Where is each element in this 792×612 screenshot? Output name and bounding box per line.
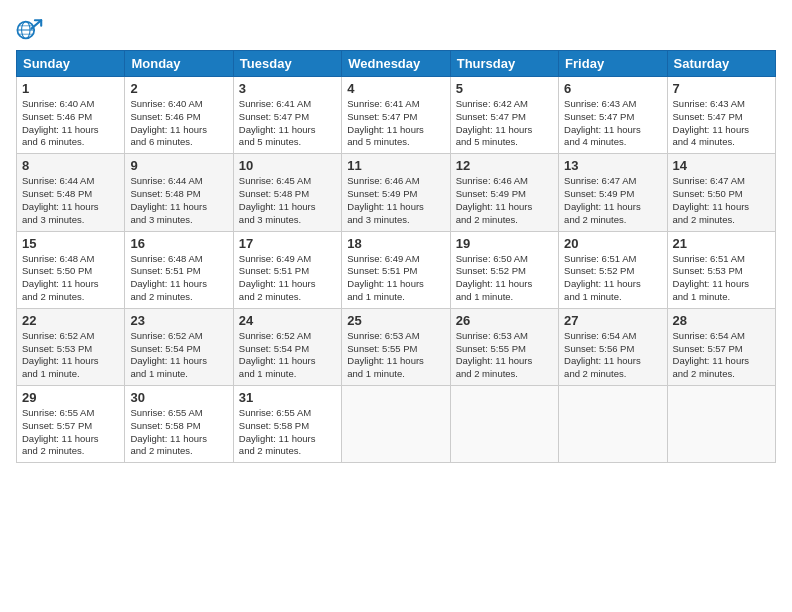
calendar-cell: 16Sunrise: 6:48 AMSunset: 5:51 PMDayligh… xyxy=(125,231,233,308)
calendar-cell xyxy=(667,386,775,463)
week-row-4: 22Sunrise: 6:52 AMSunset: 5:53 PMDayligh… xyxy=(17,308,776,385)
calendar-cell: 17Sunrise: 6:49 AMSunset: 5:51 PMDayligh… xyxy=(233,231,341,308)
weekday-header-sunday: Sunday xyxy=(17,51,125,77)
calendar-cell: 9Sunrise: 6:44 AMSunset: 5:48 PMDaylight… xyxy=(125,154,233,231)
day-number: 2 xyxy=(130,81,227,96)
day-number: 9 xyxy=(130,158,227,173)
calendar-cell: 24Sunrise: 6:52 AMSunset: 5:54 PMDayligh… xyxy=(233,308,341,385)
calendar-cell: 22Sunrise: 6:52 AMSunset: 5:53 PMDayligh… xyxy=(17,308,125,385)
weekday-header-friday: Friday xyxy=(559,51,667,77)
week-row-1: 1Sunrise: 6:40 AMSunset: 5:46 PMDaylight… xyxy=(17,77,776,154)
day-number: 24 xyxy=(239,313,336,328)
day-number: 26 xyxy=(456,313,553,328)
day-info: Sunrise: 6:41 AMSunset: 5:47 PMDaylight:… xyxy=(239,98,336,149)
calendar-cell: 10Sunrise: 6:45 AMSunset: 5:48 PMDayligh… xyxy=(233,154,341,231)
calendar-cell: 28Sunrise: 6:54 AMSunset: 5:57 PMDayligh… xyxy=(667,308,775,385)
calendar-cell: 26Sunrise: 6:53 AMSunset: 5:55 PMDayligh… xyxy=(450,308,558,385)
calendar-cell: 20Sunrise: 6:51 AMSunset: 5:52 PMDayligh… xyxy=(559,231,667,308)
day-info: Sunrise: 6:40 AMSunset: 5:46 PMDaylight:… xyxy=(130,98,227,149)
calendar-cell: 31Sunrise: 6:55 AMSunset: 5:58 PMDayligh… xyxy=(233,386,341,463)
day-info: Sunrise: 6:52 AMSunset: 5:54 PMDaylight:… xyxy=(239,330,336,381)
weekday-header-thursday: Thursday xyxy=(450,51,558,77)
week-row-2: 8Sunrise: 6:44 AMSunset: 5:48 PMDaylight… xyxy=(17,154,776,231)
day-info: Sunrise: 6:48 AMSunset: 5:51 PMDaylight:… xyxy=(130,253,227,304)
day-info: Sunrise: 6:52 AMSunset: 5:54 PMDaylight:… xyxy=(130,330,227,381)
day-number: 15 xyxy=(22,236,119,251)
day-number: 28 xyxy=(673,313,770,328)
calendar-cell: 11Sunrise: 6:46 AMSunset: 5:49 PMDayligh… xyxy=(342,154,450,231)
weekday-header-row: SundayMondayTuesdayWednesdayThursdayFrid… xyxy=(17,51,776,77)
day-info: Sunrise: 6:45 AMSunset: 5:48 PMDaylight:… xyxy=(239,175,336,226)
day-info: Sunrise: 6:43 AMSunset: 5:47 PMDaylight:… xyxy=(564,98,661,149)
day-info: Sunrise: 6:50 AMSunset: 5:52 PMDaylight:… xyxy=(456,253,553,304)
weekday-header-saturday: Saturday xyxy=(667,51,775,77)
day-number: 6 xyxy=(564,81,661,96)
calendar-cell: 6Sunrise: 6:43 AMSunset: 5:47 PMDaylight… xyxy=(559,77,667,154)
day-number: 30 xyxy=(130,390,227,405)
day-number: 13 xyxy=(564,158,661,173)
day-number: 18 xyxy=(347,236,444,251)
day-number: 8 xyxy=(22,158,119,173)
day-number: 3 xyxy=(239,81,336,96)
day-info: Sunrise: 6:49 AMSunset: 5:51 PMDaylight:… xyxy=(347,253,444,304)
calendar-cell xyxy=(559,386,667,463)
page-container: SundayMondayTuesdayWednesdayThursdayFrid… xyxy=(0,0,792,471)
logo xyxy=(16,16,48,44)
day-info: Sunrise: 6:44 AMSunset: 5:48 PMDaylight:… xyxy=(22,175,119,226)
week-row-5: 29Sunrise: 6:55 AMSunset: 5:57 PMDayligh… xyxy=(17,386,776,463)
day-number: 19 xyxy=(456,236,553,251)
day-number: 11 xyxy=(347,158,444,173)
weekday-header-monday: Monday xyxy=(125,51,233,77)
calendar-cell xyxy=(342,386,450,463)
calendar-cell: 19Sunrise: 6:50 AMSunset: 5:52 PMDayligh… xyxy=(450,231,558,308)
calendar-cell: 7Sunrise: 6:43 AMSunset: 5:47 PMDaylight… xyxy=(667,77,775,154)
day-number: 31 xyxy=(239,390,336,405)
calendar-cell: 2Sunrise: 6:40 AMSunset: 5:46 PMDaylight… xyxy=(125,77,233,154)
day-info: Sunrise: 6:51 AMSunset: 5:52 PMDaylight:… xyxy=(564,253,661,304)
day-info: Sunrise: 6:43 AMSunset: 5:47 PMDaylight:… xyxy=(673,98,770,149)
day-number: 27 xyxy=(564,313,661,328)
weekday-header-tuesday: Tuesday xyxy=(233,51,341,77)
day-number: 16 xyxy=(130,236,227,251)
calendar-cell: 14Sunrise: 6:47 AMSunset: 5:50 PMDayligh… xyxy=(667,154,775,231)
calendar-cell: 18Sunrise: 6:49 AMSunset: 5:51 PMDayligh… xyxy=(342,231,450,308)
calendar-table: SundayMondayTuesdayWednesdayThursdayFrid… xyxy=(16,50,776,463)
day-info: Sunrise: 6:47 AMSunset: 5:50 PMDaylight:… xyxy=(673,175,770,226)
day-info: Sunrise: 6:53 AMSunset: 5:55 PMDaylight:… xyxy=(347,330,444,381)
day-info: Sunrise: 6:55 AMSunset: 5:58 PMDaylight:… xyxy=(130,407,227,458)
day-info: Sunrise: 6:54 AMSunset: 5:57 PMDaylight:… xyxy=(673,330,770,381)
day-number: 29 xyxy=(22,390,119,405)
day-info: Sunrise: 6:51 AMSunset: 5:53 PMDaylight:… xyxy=(673,253,770,304)
day-info: Sunrise: 6:54 AMSunset: 5:56 PMDaylight:… xyxy=(564,330,661,381)
day-info: Sunrise: 6:55 AMSunset: 5:57 PMDaylight:… xyxy=(22,407,119,458)
day-info: Sunrise: 6:46 AMSunset: 5:49 PMDaylight:… xyxy=(347,175,444,226)
week-row-3: 15Sunrise: 6:48 AMSunset: 5:50 PMDayligh… xyxy=(17,231,776,308)
day-number: 25 xyxy=(347,313,444,328)
day-number: 21 xyxy=(673,236,770,251)
day-info: Sunrise: 6:44 AMSunset: 5:48 PMDaylight:… xyxy=(130,175,227,226)
weekday-header-wednesday: Wednesday xyxy=(342,51,450,77)
calendar-cell: 1Sunrise: 6:40 AMSunset: 5:46 PMDaylight… xyxy=(17,77,125,154)
day-number: 23 xyxy=(130,313,227,328)
calendar-cell: 27Sunrise: 6:54 AMSunset: 5:56 PMDayligh… xyxy=(559,308,667,385)
calendar-cell: 15Sunrise: 6:48 AMSunset: 5:50 PMDayligh… xyxy=(17,231,125,308)
calendar-cell: 23Sunrise: 6:52 AMSunset: 5:54 PMDayligh… xyxy=(125,308,233,385)
day-info: Sunrise: 6:47 AMSunset: 5:49 PMDaylight:… xyxy=(564,175,661,226)
calendar-cell: 8Sunrise: 6:44 AMSunset: 5:48 PMDaylight… xyxy=(17,154,125,231)
day-number: 14 xyxy=(673,158,770,173)
day-number: 20 xyxy=(564,236,661,251)
calendar-cell: 21Sunrise: 6:51 AMSunset: 5:53 PMDayligh… xyxy=(667,231,775,308)
calendar-cell: 13Sunrise: 6:47 AMSunset: 5:49 PMDayligh… xyxy=(559,154,667,231)
day-number: 4 xyxy=(347,81,444,96)
day-number: 7 xyxy=(673,81,770,96)
day-info: Sunrise: 6:42 AMSunset: 5:47 PMDaylight:… xyxy=(456,98,553,149)
day-info: Sunrise: 6:40 AMSunset: 5:46 PMDaylight:… xyxy=(22,98,119,149)
calendar-cell xyxy=(450,386,558,463)
day-info: Sunrise: 6:53 AMSunset: 5:55 PMDaylight:… xyxy=(456,330,553,381)
calendar-cell: 12Sunrise: 6:46 AMSunset: 5:49 PMDayligh… xyxy=(450,154,558,231)
day-info: Sunrise: 6:52 AMSunset: 5:53 PMDaylight:… xyxy=(22,330,119,381)
calendar-cell: 30Sunrise: 6:55 AMSunset: 5:58 PMDayligh… xyxy=(125,386,233,463)
day-info: Sunrise: 6:55 AMSunset: 5:58 PMDaylight:… xyxy=(239,407,336,458)
logo-icon xyxy=(16,16,44,44)
calendar-cell: 29Sunrise: 6:55 AMSunset: 5:57 PMDayligh… xyxy=(17,386,125,463)
